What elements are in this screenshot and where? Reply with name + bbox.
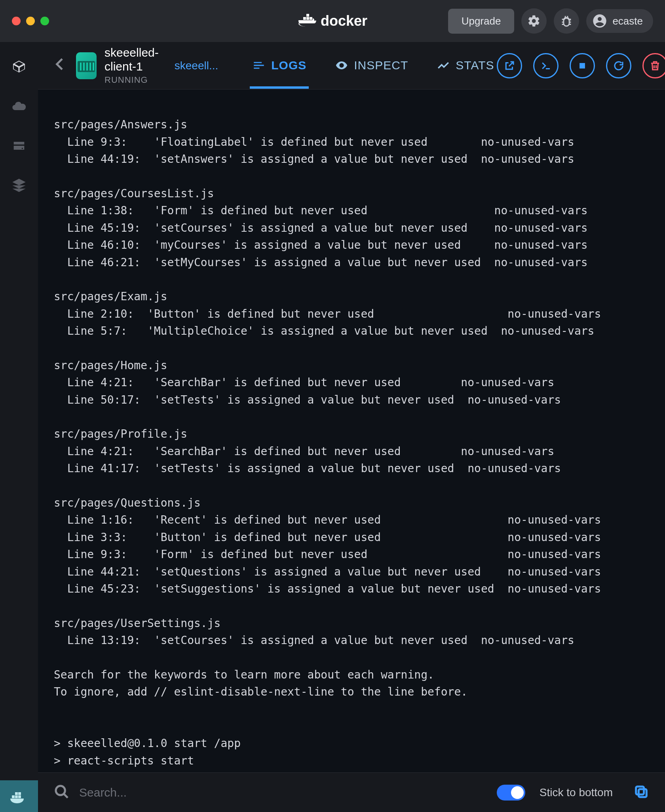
user-avatar-icon bbox=[592, 13, 608, 29]
svg-rect-12 bbox=[18, 792, 21, 795]
svg-rect-8 bbox=[12, 795, 15, 798]
svg-rect-7 bbox=[306, 14, 309, 17]
minimize-window-button[interactable] bbox=[26, 17, 35, 25]
maximize-window-button[interactable] bbox=[40, 17, 49, 25]
sidebar bbox=[0, 42, 38, 812]
stop-container-button[interactable] bbox=[570, 53, 595, 78]
svg-rect-5 bbox=[306, 17, 309, 20]
tabs: LOGS INSPECT STATS bbox=[250, 43, 496, 89]
main-area: skeeelled-client-1 RUNNING skeeell... LO… bbox=[38, 42, 665, 812]
tab-logs[interactable]: LOGS bbox=[250, 43, 309, 89]
restart-icon bbox=[613, 60, 625, 72]
container-thumbnail bbox=[76, 52, 97, 79]
delete-container-button[interactable] bbox=[642, 53, 665, 78]
trash-icon bbox=[649, 60, 661, 72]
svg-rect-11 bbox=[15, 792, 18, 795]
restart-container-button[interactable] bbox=[606, 53, 631, 78]
external-link-icon bbox=[504, 60, 515, 72]
bug-report-button[interactable] bbox=[554, 8, 579, 34]
open-in-browser-button[interactable] bbox=[497, 53, 522, 78]
logs-icon bbox=[252, 59, 266, 72]
log-pane[interactable]: src/pages/Answers.js Line 9:3: 'Floating… bbox=[38, 90, 665, 772]
container-actions bbox=[497, 53, 665, 78]
tab-stats[interactable]: STATS bbox=[434, 43, 496, 89]
stick-to-bottom-toggle[interactable] bbox=[497, 785, 525, 801]
tab-logs-label: LOGS bbox=[271, 59, 306, 72]
svg-rect-9 bbox=[15, 795, 18, 798]
svg-rect-4 bbox=[303, 17, 306, 20]
tab-inspect[interactable]: INSPECT bbox=[332, 43, 410, 89]
svg-rect-23 bbox=[636, 786, 644, 794]
inspect-icon bbox=[335, 59, 348, 72]
sidebar-item-dev-env[interactable] bbox=[10, 177, 28, 194]
cloud-icon bbox=[11, 98, 27, 114]
gear-icon bbox=[527, 14, 541, 28]
terminal-icon bbox=[540, 60, 552, 72]
sidebar-item-volumes[interactable] bbox=[10, 137, 28, 154]
stack-icon bbox=[11, 177, 27, 193]
log-search-input[interactable] bbox=[79, 786, 487, 799]
docker-whale-icon bbox=[298, 13, 317, 29]
docker-whale-small-icon bbox=[9, 788, 29, 804]
titlebar: docker Upgrade ecaste bbox=[0, 0, 665, 42]
svg-rect-6 bbox=[310, 17, 312, 20]
sidebar-footer-docker[interactable] bbox=[0, 780, 38, 812]
stop-icon bbox=[576, 60, 588, 72]
svg-point-20 bbox=[56, 786, 65, 795]
container-status: RUNNING bbox=[104, 75, 159, 85]
sidebar-item-images[interactable] bbox=[10, 97, 28, 115]
stats-icon bbox=[437, 59, 450, 72]
bug-icon bbox=[560, 14, 573, 28]
back-button[interactable] bbox=[52, 56, 68, 75]
user-menu[interactable]: ecaste bbox=[586, 9, 653, 33]
exec-cli-button[interactable] bbox=[533, 53, 559, 78]
svg-rect-10 bbox=[18, 795, 21, 798]
chevron-left-icon bbox=[52, 56, 68, 72]
stick-to-bottom-label: Stick to bottom bbox=[540, 786, 613, 799]
search-icon bbox=[54, 784, 70, 801]
container-box-icon bbox=[76, 57, 97, 74]
window-controls bbox=[12, 17, 49, 25]
image-link[interactable]: skeeell... bbox=[175, 59, 218, 72]
svg-line-21 bbox=[64, 794, 68, 798]
container-title: skeeelled-client-1 bbox=[104, 46, 159, 73]
username-label: ecaste bbox=[612, 15, 643, 27]
container-header: skeeelled-client-1 RUNNING skeeell... LO… bbox=[38, 42, 665, 90]
upgrade-button[interactable]: Upgrade bbox=[448, 9, 515, 34]
tab-inspect-label: INSPECT bbox=[354, 59, 408, 72]
log-output: src/pages/Answers.js Line 9:3: 'Floating… bbox=[54, 99, 649, 772]
container-meta: skeeelled-client-1 RUNNING bbox=[104, 46, 159, 85]
copy-logs-button[interactable] bbox=[633, 784, 649, 801]
svg-rect-19 bbox=[580, 63, 585, 68]
sidebar-item-containers[interactable] bbox=[10, 58, 28, 75]
tab-stats-label: STATS bbox=[456, 59, 494, 72]
docker-logo: docker bbox=[298, 13, 367, 29]
brand-label: docker bbox=[321, 13, 367, 29]
svg-rect-22 bbox=[638, 789, 646, 797]
container-icon bbox=[11, 59, 27, 74]
drive-icon bbox=[11, 138, 27, 154]
close-window-button[interactable] bbox=[12, 17, 21, 25]
log-footer: Stick to bottom bbox=[38, 772, 665, 812]
settings-button[interactable] bbox=[521, 8, 547, 34]
